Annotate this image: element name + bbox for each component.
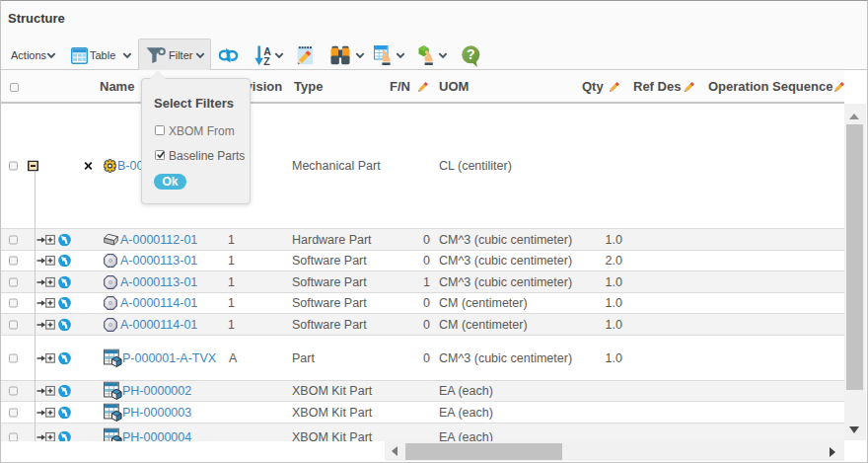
svg-text:Z: Z <box>263 55 270 66</box>
svg-text:?: ? <box>467 46 475 62</box>
